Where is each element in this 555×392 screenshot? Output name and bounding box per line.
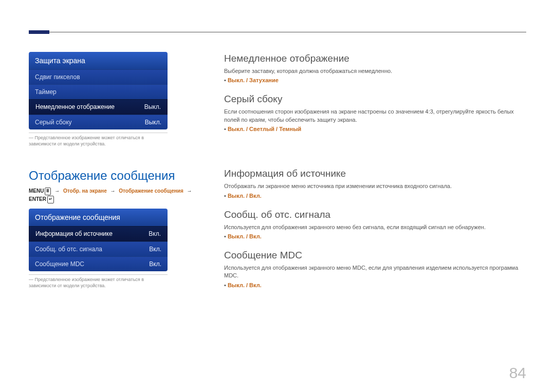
section-heading: Сообщение MDC (224, 250, 526, 261)
section-options: Выкл. / Вкл. (224, 282, 526, 288)
page-number: 84 (509, 364, 526, 382)
breadcrumb-part: Отображение сообщения (119, 188, 183, 194)
section-heading: Серый сбоку (224, 94, 526, 105)
osd-row-pixel-shift[interactable]: Сдвиг пикселов (29, 69, 168, 84)
osd-panel-screen-protection: Защита экрана Сдвиг пикселов Таймер Неме… (29, 52, 168, 129)
left-section-title: Отображение сообщения (29, 169, 203, 183)
osd-row-label: Сдвиг пикселов (35, 73, 80, 81)
breadcrumb-enter: ENTER (29, 196, 46, 202)
osd-title: Отображение сообщения (29, 209, 168, 226)
section-heading: Информация об источнике (224, 168, 526, 179)
osd-row-immediate-display[interactable]: Немедленное отображение Выкл. (29, 99, 168, 115)
section-options: Выкл. / Вкл. (224, 233, 526, 239)
section-desc: Отображать ли экранное меню источника пр… (224, 182, 526, 190)
osd-row-label: Таймер (35, 88, 57, 96)
arrow-icon: → (108, 188, 117, 194)
breadcrumb-part: Отобр. на экране (63, 188, 107, 194)
osd-row-value: Вкл. (149, 246, 161, 253)
osd-row-side-gray[interactable]: Серый сбоку Выкл. (29, 115, 168, 129)
section-desc: Используется для отображения экранного м… (224, 264, 526, 280)
breadcrumb-menu: MENU (29, 188, 44, 194)
section-desc: Если соотношения сторон изображения на э… (224, 108, 526, 124)
osd-row-label: Сообщение MDC (35, 260, 84, 268)
osd-row-mdc-msg[interactable]: Сообщение MDC Вкл. (29, 256, 168, 271)
section-options: Выкл. / Вкл. (224, 193, 526, 199)
osd-row-label: Сообщ. об отс. сигнала (35, 246, 102, 253)
osd-row-no-signal-msg[interactable]: Сообщ. об отс. сигнала Вкл. (29, 241, 168, 256)
section-heading: Немедленное отображение (224, 53, 526, 64)
footnote: Представленное изображение может отличат… (29, 274, 168, 289)
menu-icon: Ⅲ (45, 188, 51, 195)
osd-row-timer[interactable]: Таймер (29, 84, 168, 99)
osd-row-value: Вкл. (149, 260, 161, 268)
osd-panel-message-display: Отображение сообщения Информация об исто… (29, 209, 168, 271)
arrow-icon: → (52, 188, 62, 194)
footnote: Представленное изображение может отличат… (29, 133, 168, 147)
arrow-icon: → (185, 188, 194, 194)
enter-icon: ↵ (47, 196, 54, 203)
section-heading: Сообщ. об отс. сигнала (224, 209, 526, 220)
osd-row-value: Вкл. (149, 230, 161, 237)
breadcrumb: MENUⅢ → Отобр. на экране → Отображение с… (29, 187, 203, 203)
osd-row-label: Информация об источнике (35, 230, 113, 237)
osd-row-value: Выкл. (145, 119, 161, 126)
osd-row-source-info[interactable]: Информация об источнике Вкл. (29, 226, 168, 241)
osd-row-label: Немедленное отображение (35, 103, 115, 110)
osd-row-label: Серый сбоку (35, 119, 72, 126)
osd-row-value: Выкл. (144, 103, 161, 110)
section-options: Выкл. / Светлый / Темный (224, 126, 526, 132)
section-desc: Выберите заставку, которая должна отобра… (224, 67, 526, 75)
section-options: Выкл. / Затухание (224, 77, 526, 83)
section-desc: Используется для отображения экранного м… (224, 223, 526, 231)
osd-title: Защита экрана (29, 52, 168, 69)
